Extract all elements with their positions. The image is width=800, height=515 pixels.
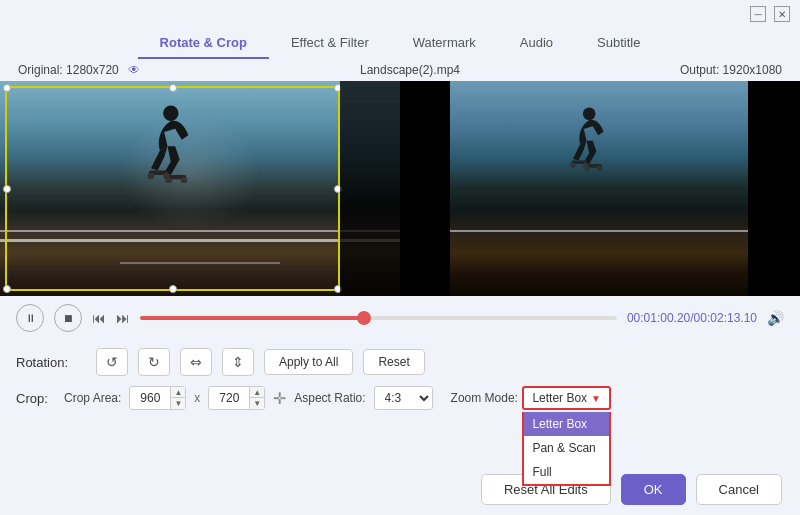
zoom-option-letterbox[interactable]: Letter Box xyxy=(524,412,609,436)
black-bar-right xyxy=(748,81,800,296)
cancel-button[interactable]: Cancel xyxy=(696,474,782,505)
preview-right xyxy=(400,81,800,296)
tab-effect-filter[interactable]: Effect & Filter xyxy=(269,28,391,59)
crop-height-input-wrap: ▲ ▼ xyxy=(208,386,265,410)
prev-frame-button[interactable]: ⏮ xyxy=(92,310,106,326)
zoom-option-panscan[interactable]: Pan & Scan xyxy=(524,436,609,460)
next-frame-button[interactable]: ⏭ xyxy=(116,310,130,326)
zoom-select-box: Letter Box ▼ Letter Box Pan & Scan Full xyxy=(522,386,611,410)
zoom-select-button[interactable]: Letter Box ▼ xyxy=(522,386,611,410)
crop-height-spinners: ▲ ▼ xyxy=(249,387,264,409)
zoom-dropdown-arrow: ▼ xyxy=(591,393,601,404)
output-info: Output: 1920x1080 xyxy=(680,63,782,77)
aspect-ratio-select[interactable]: 4:3 16:9 1:1 9:16 Free xyxy=(374,386,433,410)
controls-area: Rotation: ↺ ↻ ⇔ ⇕ Apply to All Reset Cro… xyxy=(0,340,800,418)
preview-area xyxy=(0,81,800,296)
apply-to-all-button[interactable]: Apply to All xyxy=(264,349,353,375)
svg-point-3 xyxy=(148,172,155,179)
zoom-select-value: Letter Box xyxy=(532,391,587,405)
zoom-mode-group: Zoom Mode: Letter Box ▼ Letter Box Pan &… xyxy=(451,386,611,410)
rotate-cw-button[interactable]: ↻ xyxy=(138,348,170,376)
playback-bar: ⏸ ⏹ ⏮ ⏭ 00:01:00.20/00:02:13.10 🔊 xyxy=(0,296,800,340)
dark-overlay-right xyxy=(340,81,400,296)
crop-row: Crop: Crop Area: ▲ ▼ x ▲ ▼ ✛ Aspect Rati… xyxy=(16,386,784,410)
output-label: Output: xyxy=(680,63,719,77)
svg-point-13 xyxy=(597,165,602,170)
tabs-bar: Rotate & Crop Effect & Filter Watermark … xyxy=(0,28,800,59)
move-icon[interactable]: ✛ xyxy=(273,389,286,408)
output-res: 1920x1080 xyxy=(723,63,782,77)
bottom-bar: Reset All Edits OK Cancel xyxy=(0,464,800,515)
original-info: Original: 1280x720 👁 xyxy=(18,63,140,77)
crop-height-input[interactable] xyxy=(209,389,249,407)
time-display: 00:01:00.20/00:02:13.10 xyxy=(627,311,757,325)
stop-button[interactable]: ⏹ xyxy=(54,304,82,332)
original-label: Original: xyxy=(18,63,63,77)
tab-watermark[interactable]: Watermark xyxy=(391,28,498,59)
x-separator: x xyxy=(194,391,200,405)
zoom-mode-label: Zoom Mode: xyxy=(451,391,518,405)
crop-height-down[interactable]: ▼ xyxy=(250,398,264,409)
tab-audio[interactable]: Audio xyxy=(498,28,575,59)
zoom-dropdown: Letter Box Pan & Scan Full xyxy=(522,412,611,486)
zoom-option-full[interactable]: Full xyxy=(524,460,609,484)
tab-rotate-crop[interactable]: Rotate & Crop xyxy=(138,28,269,59)
crop-width-input[interactable] xyxy=(130,389,170,407)
crop-width-spinners: ▲ ▼ xyxy=(170,387,185,409)
progress-track[interactable] xyxy=(140,316,617,320)
svg-point-7 xyxy=(583,107,596,120)
progress-thumb[interactable] xyxy=(357,311,371,325)
black-bar-left xyxy=(400,81,452,296)
aspect-ratio-label: Aspect Ratio: xyxy=(294,391,365,405)
crop-width-input-wrap: ▲ ▼ xyxy=(129,386,186,410)
reset-button[interactable]: Reset xyxy=(363,349,424,375)
title-bar: ─ ✕ xyxy=(0,0,800,28)
crop-width-up[interactable]: ▲ xyxy=(171,387,185,398)
filename: Landscape(2).mp4 xyxy=(360,63,460,77)
crop-label: Crop: xyxy=(16,391,56,406)
flip-v-button[interactable]: ⇕ xyxy=(222,348,254,376)
minimize-button[interactable]: ─ xyxy=(750,6,766,22)
crop-width-down[interactable]: ▼ xyxy=(171,398,185,409)
original-res: 1280x720 xyxy=(66,63,119,77)
svg-point-10 xyxy=(570,162,575,167)
svg-point-12 xyxy=(585,165,590,170)
info-bar: Original: 1280x720 👁 Landscape(2).mp4 Ou… xyxy=(0,59,800,81)
svg-point-0 xyxy=(163,105,178,120)
tab-subtitle[interactable]: Subtitle xyxy=(575,28,662,59)
pause-button[interactable]: ⏸ xyxy=(16,304,44,332)
right-video-thumb xyxy=(450,81,750,296)
rotation-row: Rotation: ↺ ↻ ⇔ ⇕ Apply to All Reset xyxy=(16,348,784,376)
ok-button[interactable]: OK xyxy=(621,474,686,505)
eye-icon[interactable]: 👁 xyxy=(128,63,140,77)
rotate-ccw-button[interactable]: ↺ xyxy=(96,348,128,376)
preview-left xyxy=(0,81,400,296)
volume-icon[interactable]: 🔊 xyxy=(767,310,784,326)
rotation-label: Rotation: xyxy=(16,355,86,370)
skater-silhouette-right xyxy=(564,103,609,173)
crop-height-up[interactable]: ▲ xyxy=(250,387,264,398)
skater-silhouette-left xyxy=(140,103,195,183)
progress-fill xyxy=(140,316,364,320)
flip-h-button[interactable]: ⇔ xyxy=(180,348,212,376)
crop-area-label: Crop Area: xyxy=(64,391,121,405)
close-button[interactable]: ✕ xyxy=(774,6,790,22)
